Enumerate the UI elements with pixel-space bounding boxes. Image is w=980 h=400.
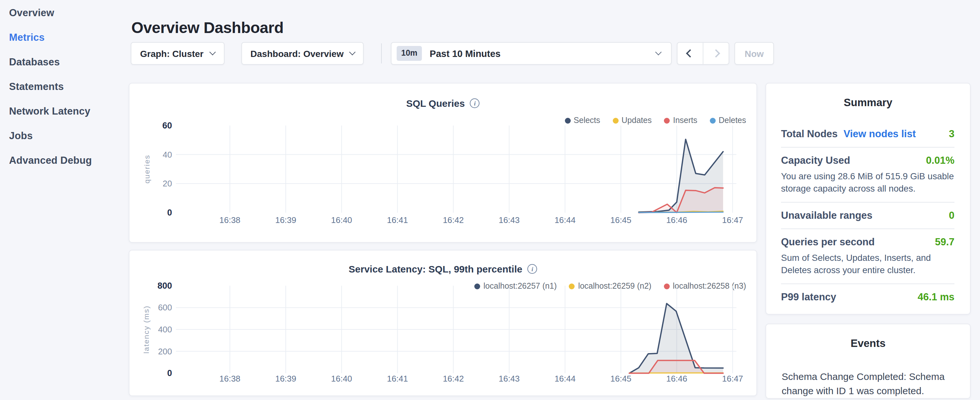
- svg-text:16:39: 16:39: [275, 215, 296, 225]
- chevron-down-icon: [349, 49, 356, 55]
- events-title: Events: [766, 324, 970, 362]
- svg-text:16:38: 16:38: [220, 215, 240, 225]
- sql-queries-chart-panel: SQL Queries i SelectsUpdatesInsertsDelet…: [129, 83, 757, 243]
- svg-text:20: 20: [163, 179, 172, 188]
- svg-text:16:47: 16:47: [722, 215, 743, 225]
- summary-row: Total NodesView nodes list3: [781, 121, 955, 147]
- summary-row: Queries per second59.7Sum of Selects, Up…: [781, 229, 955, 284]
- sidebar-item-statements[interactable]: Statements: [0, 75, 129, 99]
- svg-text:800: 800: [158, 281, 172, 291]
- summary-row-head: Queries per second59.7: [781, 236, 955, 248]
- dashboard-dropdown-label: Dashboard: Overview: [250, 48, 344, 59]
- svg-text:40: 40: [163, 150, 172, 159]
- svg-text:latency (ms): latency (ms): [142, 306, 150, 354]
- events-panel: Events Schema Change Completed: Schema c…: [765, 324, 970, 399]
- time-range-selector[interactable]: 10m Past 10 Minutes: [391, 42, 672, 65]
- summary-title: Summary: [766, 83, 970, 121]
- event-text: Schema Change Completed: Schema change w…: [766, 370, 970, 398]
- sidebar-item-network-latency[interactable]: Network Latency: [0, 99, 129, 124]
- summary-row: P99 latency46.1 ms: [781, 284, 955, 310]
- svg-text:16:44: 16:44: [555, 374, 576, 383]
- svg-text:16:44: 16:44: [555, 215, 576, 225]
- svg-text:16:40: 16:40: [331, 215, 352, 225]
- summary-row-subtext: Sum of Selects, Updates, Inserts, and De…: [781, 252, 955, 276]
- sql-queries-plot[interactable]: 020406016:3816:3916:4016:4116:4216:4316:…: [129, 83, 756, 243]
- summary-row-label: P99 latency: [781, 291, 836, 303]
- summary-row-label: Capacity Used: [781, 155, 850, 166]
- dashboard-dropdown[interactable]: Dashboard: Overview: [241, 42, 364, 65]
- chevron-left-icon: [686, 49, 694, 57]
- time-step-buttons: [677, 42, 729, 65]
- sidebar-item-databases[interactable]: Databases: [0, 50, 129, 75]
- page-title: Overview Dashboard: [131, 19, 283, 37]
- svg-text:60: 60: [162, 121, 172, 131]
- svg-text:16:40: 16:40: [331, 374, 352, 383]
- summary-row-value: 59.7: [935, 236, 955, 248]
- sidebar-item-advanced-debug[interactable]: Advanced Debug: [0, 148, 129, 173]
- summary-row: Capacity Used0.01%You are using 28.6 MiB…: [781, 148, 955, 202]
- svg-text:400: 400: [158, 325, 172, 334]
- events-body: Schema Change Completed: Schema change w…: [766, 370, 970, 399]
- svg-text:16:38: 16:38: [220, 374, 240, 383]
- svg-text:600: 600: [158, 303, 172, 312]
- sidebar-nav: OverviewMetricsDatabasesStatementsNetwor…: [0, 0, 129, 173]
- summary-row-subtext: You are using 28.6 MiB of 515.9 GiB usab…: [781, 170, 955, 195]
- sidebar-item-jobs[interactable]: Jobs: [0, 124, 129, 148]
- summary-row-value: 0.01%: [926, 155, 955, 166]
- sidebar-item-overview[interactable]: Overview: [0, 1, 129, 25]
- summary-row-head: Unavailable ranges0: [781, 210, 955, 222]
- svg-text:0: 0: [167, 368, 172, 378]
- graph-dropdown[interactable]: Graph: Cluster: [130, 42, 224, 65]
- svg-text:16:43: 16:43: [499, 374, 520, 383]
- chevron-right-icon: [712, 49, 720, 57]
- svg-text:16:43: 16:43: [499, 215, 520, 225]
- svg-text:16:47: 16:47: [722, 374, 743, 383]
- summary-row: Unavailable ranges0: [781, 202, 955, 228]
- svg-text:16:39: 16:39: [275, 374, 296, 383]
- service-latency-plot[interactable]: 020040060080016:3816:3916:4016:4116:4216…: [129, 250, 756, 397]
- summary-row-label: Total Nodes: [781, 128, 838, 140]
- svg-text:16:42: 16:42: [443, 215, 464, 225]
- svg-text:16:45: 16:45: [611, 374, 632, 383]
- svg-text:200: 200: [158, 347, 172, 356]
- time-range-badge: 10m: [397, 46, 422, 61]
- view-nodes-list-link[interactable]: View nodes list: [843, 128, 916, 140]
- svg-text:16:45: 16:45: [611, 215, 632, 225]
- sidebar-item-metrics[interactable]: Metrics: [0, 25, 129, 50]
- summary-row-value: 0: [949, 210, 955, 222]
- now-button[interactable]: Now: [735, 42, 774, 65]
- chevron-down-icon: [209, 49, 215, 55]
- time-step-forward-button[interactable]: [703, 43, 729, 64]
- chevron-down-icon: [655, 49, 662, 55]
- graph-dropdown-label: Graph: Cluster: [140, 48, 204, 59]
- app-viewport: OverviewMetricsDatabasesStatementsNetwor…: [0, 0, 980, 400]
- svg-text:0: 0: [167, 208, 172, 217]
- service-latency-chart-panel: Service Latency: SQL, 99th percentile i …: [129, 250, 757, 396]
- svg-text:16:41: 16:41: [387, 374, 408, 383]
- svg-text:16:41: 16:41: [387, 215, 408, 225]
- summary-row-value: 3: [949, 128, 955, 140]
- summary-row-head: Capacity Used0.01%: [781, 155, 955, 166]
- summary-row-label: Queries per second: [781, 236, 875, 248]
- time-step-back-button[interactable]: [678, 43, 703, 64]
- svg-text:16:42: 16:42: [443, 374, 464, 383]
- summary-row-head: P99 latency46.1 ms: [781, 291, 955, 303]
- summary-panel: Summary Total NodesView nodes list3Capac…: [765, 83, 970, 315]
- svg-text:16:46: 16:46: [666, 374, 687, 383]
- time-range-label: Past 10 Minutes: [430, 48, 501, 59]
- event-timestamp: May 13, 2020 at 4:45 PM: [766, 398, 970, 399]
- summary-row-label: Unavailable ranges: [781, 210, 873, 222]
- svg-text:16:46: 16:46: [666, 215, 687, 225]
- summary-row-head: Total NodesView nodes list3: [781, 128, 955, 140]
- controls-divider: [381, 43, 382, 64]
- summary-body: Total NodesView nodes list3Capacity Used…: [766, 121, 970, 310]
- summary-row-value: 46.1 ms: [918, 291, 955, 303]
- svg-text:queries: queries: [143, 155, 151, 183]
